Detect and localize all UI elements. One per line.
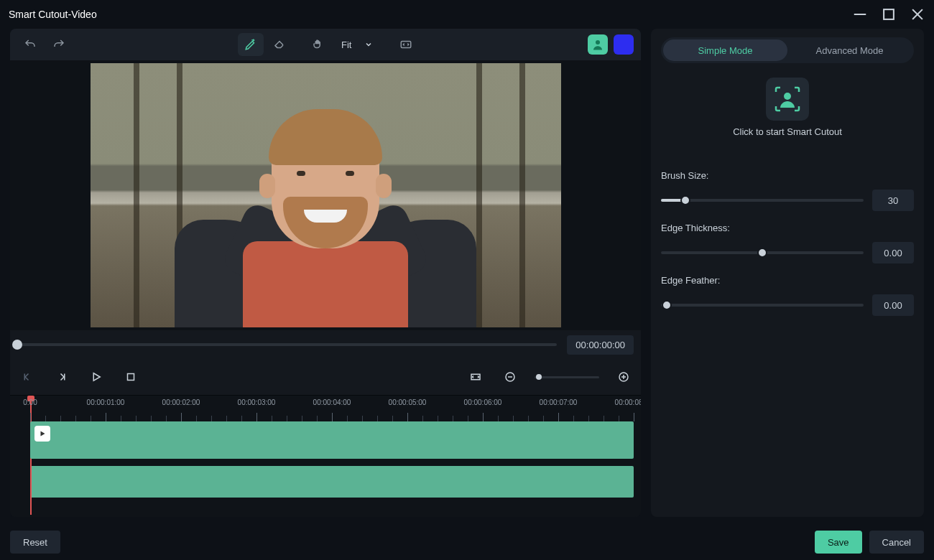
person-silhouette	[175, 112, 476, 327]
svg-marker-16	[41, 431, 45, 437]
editor-toolbar: Fit	[10, 29, 641, 60]
svg-marker-8	[93, 373, 100, 381]
clip-play-icon	[34, 426, 50, 442]
video-clip[interactable]	[30, 421, 634, 459]
cancel-button[interactable]: Cancel	[869, 531, 924, 554]
footer: Reset Save Cancel	[0, 524, 934, 560]
pan-tool[interactable]	[305, 33, 331, 56]
video-preview[interactable]	[10, 60, 641, 330]
mask-clip[interactable]	[30, 466, 634, 498]
tab-advanced-mode[interactable]: Advanced Mode	[787, 39, 912, 61]
tick-label: 00:00:04:00	[313, 398, 351, 406]
save-button[interactable]: Save	[815, 531, 862, 554]
brush-size-thumb[interactable]	[680, 195, 690, 205]
svg-point-17	[784, 93, 791, 100]
zoom-in-button[interactable]	[614, 367, 634, 387]
edge-feather-slider[interactable]	[661, 304, 864, 307]
time-display: 00:00:00:00	[567, 335, 634, 355]
edge-thickness-thumb[interactable]	[757, 248, 767, 258]
close-button[interactable]	[910, 6, 925, 22]
editor-panel: Fit	[10, 29, 641, 517]
brush-size-label: Brush Size:	[661, 170, 914, 181]
stop-button[interactable]	[121, 367, 141, 387]
timeline-zoom-thumb[interactable]	[536, 374, 542, 380]
titlebar: Smart Cutout-Video	[0, 0, 934, 29]
edge-thickness-slider[interactable]	[661, 251, 864, 254]
window-controls	[852, 6, 925, 22]
zoom-out-button[interactable]	[500, 367, 520, 387]
video-frame	[91, 63, 561, 327]
eraser-tool[interactable]	[267, 33, 292, 56]
aspect-ratio-button[interactable]	[466, 367, 486, 387]
scrubber-thumb[interactable]	[12, 340, 22, 350]
foreground-preview-button[interactable]	[588, 34, 608, 55]
tick-label: 00:00:05:00	[389, 398, 427, 406]
tick-label: 00:00:03:00	[238, 398, 276, 406]
scrubber-row: 00:00:00:00	[10, 330, 641, 359]
player-controls	[10, 359, 641, 395]
zoom-select[interactable]: Fit	[334, 33, 380, 56]
compare-toggle[interactable]	[393, 33, 419, 56]
smart-cutout-icon	[772, 83, 803, 115]
person-icon	[591, 38, 604, 51]
svg-rect-1	[884, 9, 894, 19]
edge-thickness-label: Edge Thickness:	[661, 223, 914, 233]
play-button[interactable]	[86, 367, 106, 387]
tick-label: 00:00:01:00	[87, 398, 125, 406]
minimize-button[interactable]	[852, 6, 868, 22]
zoom-value: Fit	[341, 39, 351, 50]
brush-size-slider[interactable]	[661, 199, 864, 202]
mode-tabs: Simple Mode Advanced Mode	[661, 37, 914, 63]
edge-thickness-value[interactable]: 0.00	[872, 242, 914, 263]
scrubber[interactable]	[17, 343, 557, 346]
svg-point-5	[596, 40, 600, 45]
background-preview-button[interactable]	[614, 34, 634, 55]
undo-button[interactable]	[17, 33, 43, 56]
clip-tracks	[10, 421, 641, 498]
window-title: Smart Cutout-Video	[9, 9, 97, 20]
start-cutout-label: Click to start Smart Cutout	[661, 126, 914, 137]
prev-frame-button[interactable]	[17, 367, 37, 387]
tick-label: 00:00:08:00	[615, 398, 641, 406]
edge-feather-label: Edge Feather:	[661, 275, 914, 286]
tick-label: 00:00:06:00	[464, 398, 502, 406]
settings-panel: Simple Mode Advanced Mode Click to start…	[651, 29, 924, 517]
reset-button[interactable]: Reset	[10, 531, 60, 554]
brush-add-tool[interactable]	[238, 33, 264, 56]
edge-feather-value[interactable]: 0.00	[872, 294, 914, 316]
brush-size-value[interactable]: 30	[872, 190, 914, 211]
timeline-zoom-slider[interactable]	[535, 376, 599, 378]
next-frame-button[interactable]	[52, 367, 72, 387]
svg-rect-9	[128, 374, 134, 381]
chevron-down-icon	[364, 40, 373, 49]
timeline[interactable]: 0:0000:00:01:0000:00:02:0000:00:03:0000:…	[10, 395, 641, 517]
tick-label: 00:00:02:00	[162, 398, 200, 406]
time-ruler[interactable]: 0:0000:00:01:0000:00:02:0000:00:03:0000:…	[10, 396, 641, 421]
redo-button[interactable]	[46, 33, 72, 56]
edge-feather-thumb[interactable]	[662, 300, 672, 310]
tick-label: 0:00	[23, 398, 37, 406]
tab-simple-mode[interactable]: Simple Mode	[663, 39, 787, 61]
maximize-button[interactable]	[881, 6, 897, 22]
start-cutout-button[interactable]	[766, 78, 809, 121]
tick-label: 00:00:07:00	[540, 398, 578, 406]
